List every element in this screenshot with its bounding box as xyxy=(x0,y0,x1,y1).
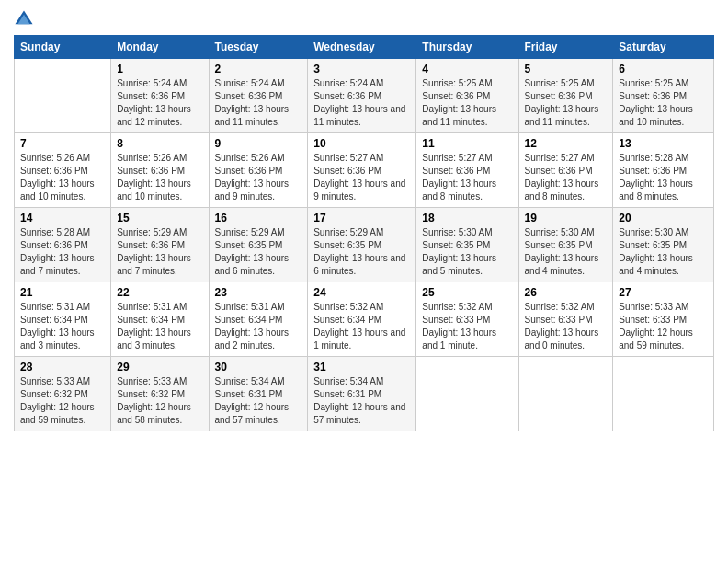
day-info: Sunrise: 5:34 AMSunset: 6:31 PMDaylight:… xyxy=(313,375,410,427)
day-number: 27 xyxy=(619,286,708,299)
day-info: Sunrise: 5:32 AMSunset: 6:33 PMDaylight:… xyxy=(525,301,608,352)
day-number: 24 xyxy=(313,286,410,299)
day-cell: 13Sunrise: 5:28 AMSunset: 6:36 PMDayligh… xyxy=(613,133,714,208)
day-cell: 7Sunrise: 5:26 AMSunset: 6:36 PMDaylight… xyxy=(15,133,111,208)
day-info: Sunrise: 5:32 AMSunset: 6:33 PMDaylight:… xyxy=(422,301,512,352)
logo-icon xyxy=(14,9,34,29)
day-number: 14 xyxy=(20,212,105,224)
day-info: Sunrise: 5:26 AMSunset: 6:36 PMDaylight:… xyxy=(215,152,302,203)
day-number: 7 xyxy=(20,137,105,150)
day-cell xyxy=(15,59,111,133)
day-cell xyxy=(518,357,613,431)
day-number: 31 xyxy=(313,361,410,373)
day-cell: 2Sunrise: 5:24 AMSunset: 6:36 PMDaylight… xyxy=(209,59,308,133)
day-number: 19 xyxy=(525,212,608,224)
day-number: 12 xyxy=(525,137,608,150)
day-info: Sunrise: 5:25 AMSunset: 6:36 PMDaylight:… xyxy=(525,77,608,129)
day-number: 25 xyxy=(422,286,512,299)
day-info: Sunrise: 5:31 AMSunset: 6:34 PMDaylight:… xyxy=(117,301,202,352)
day-number: 21 xyxy=(20,286,105,299)
day-info: Sunrise: 5:24 AMSunset: 6:36 PMDaylight:… xyxy=(313,77,410,129)
day-number: 29 xyxy=(117,361,202,373)
day-info: Sunrise: 5:30 AMSunset: 6:35 PMDaylight:… xyxy=(619,226,708,278)
day-cell: 26Sunrise: 5:32 AMSunset: 6:33 PMDayligh… xyxy=(518,282,613,357)
day-cell: 12Sunrise: 5:27 AMSunset: 6:36 PMDayligh… xyxy=(518,133,613,208)
day-cell xyxy=(416,357,518,431)
day-info: Sunrise: 5:27 AMSunset: 6:36 PMDaylight:… xyxy=(313,152,410,203)
day-cell: 1Sunrise: 5:24 AMSunset: 6:36 PMDaylight… xyxy=(111,59,209,133)
day-info: Sunrise: 5:28 AMSunset: 6:36 PMDaylight:… xyxy=(619,152,708,203)
day-cell: 24Sunrise: 5:32 AMSunset: 6:34 PMDayligh… xyxy=(308,282,416,357)
day-number: 16 xyxy=(215,212,302,224)
day-number: 17 xyxy=(313,212,410,224)
day-number: 26 xyxy=(525,286,608,299)
day-cell: 6Sunrise: 5:25 AMSunset: 6:36 PMDaylight… xyxy=(613,59,714,133)
day-info: Sunrise: 5:32 AMSunset: 6:34 PMDaylight:… xyxy=(313,301,410,352)
logo xyxy=(14,9,38,29)
day-number: 22 xyxy=(117,286,202,299)
day-number: 18 xyxy=(422,212,512,224)
day-number: 10 xyxy=(313,137,410,150)
calendar-table: SundayMondayTuesdayWednesdayThursdayFrid… xyxy=(14,35,714,431)
day-cell: 9Sunrise: 5:26 AMSunset: 6:36 PMDaylight… xyxy=(209,133,308,208)
day-info: Sunrise: 5:25 AMSunset: 6:36 PMDaylight:… xyxy=(422,77,512,129)
day-number: 6 xyxy=(619,63,708,75)
day-number: 1 xyxy=(117,63,202,75)
day-cell: 19Sunrise: 5:30 AMSunset: 6:35 PMDayligh… xyxy=(518,208,613,282)
day-number: 13 xyxy=(619,137,708,150)
day-info: Sunrise: 5:24 AMSunset: 6:36 PMDaylight:… xyxy=(215,77,302,129)
day-info: Sunrise: 5:30 AMSunset: 6:35 PMDaylight:… xyxy=(422,226,512,278)
day-cell: 28Sunrise: 5:33 AMSunset: 6:32 PMDayligh… xyxy=(15,357,111,431)
day-number: 4 xyxy=(422,63,512,75)
day-cell: 11Sunrise: 5:27 AMSunset: 6:36 PMDayligh… xyxy=(416,133,518,208)
day-number: 23 xyxy=(215,286,302,299)
day-number: 8 xyxy=(117,137,202,150)
day-cell: 14Sunrise: 5:28 AMSunset: 6:36 PMDayligh… xyxy=(15,208,111,282)
weekday-header-wednesday: Wednesday xyxy=(308,36,416,59)
day-cell: 22Sunrise: 5:31 AMSunset: 6:34 PMDayligh… xyxy=(111,282,209,357)
day-cell: 18Sunrise: 5:30 AMSunset: 6:35 PMDayligh… xyxy=(416,208,518,282)
day-number: 15 xyxy=(117,212,202,224)
weekday-header-tuesday: Tuesday xyxy=(209,36,308,59)
day-cell: 17Sunrise: 5:29 AMSunset: 6:35 PMDayligh… xyxy=(308,208,416,282)
day-cell: 27Sunrise: 5:33 AMSunset: 6:33 PMDayligh… xyxy=(613,282,714,357)
week-row-1: 1Sunrise: 5:24 AMSunset: 6:36 PMDaylight… xyxy=(15,59,714,133)
day-cell: 20Sunrise: 5:30 AMSunset: 6:35 PMDayligh… xyxy=(613,208,714,282)
page-container: SundayMondayTuesdayWednesdayThursdayFrid… xyxy=(0,0,728,441)
day-number: 20 xyxy=(619,212,708,224)
day-info: Sunrise: 5:29 AMSunset: 6:35 PMDaylight:… xyxy=(215,226,302,278)
day-cell: 8Sunrise: 5:26 AMSunset: 6:36 PMDaylight… xyxy=(111,133,209,208)
day-cell: 29Sunrise: 5:33 AMSunset: 6:32 PMDayligh… xyxy=(111,357,209,431)
day-info: Sunrise: 5:26 AMSunset: 6:36 PMDaylight:… xyxy=(117,152,202,203)
week-row-4: 21Sunrise: 5:31 AMSunset: 6:34 PMDayligh… xyxy=(15,282,714,357)
day-info: Sunrise: 5:25 AMSunset: 6:36 PMDaylight:… xyxy=(619,77,708,129)
day-info: Sunrise: 5:26 AMSunset: 6:36 PMDaylight:… xyxy=(20,152,105,203)
day-info: Sunrise: 5:33 AMSunset: 6:33 PMDaylight:… xyxy=(619,301,708,352)
day-cell xyxy=(613,357,714,431)
day-number: 9 xyxy=(215,137,302,150)
weekday-header-saturday: Saturday xyxy=(613,36,714,59)
day-cell: 10Sunrise: 5:27 AMSunset: 6:36 PMDayligh… xyxy=(308,133,416,208)
day-number: 5 xyxy=(525,63,608,75)
day-info: Sunrise: 5:34 AMSunset: 6:31 PMDaylight:… xyxy=(215,375,302,427)
day-cell: 15Sunrise: 5:29 AMSunset: 6:36 PMDayligh… xyxy=(111,208,209,282)
day-number: 30 xyxy=(215,361,302,373)
weekday-header-thursday: Thursday xyxy=(416,36,518,59)
weekday-header-sunday: Sunday xyxy=(15,36,111,59)
header xyxy=(14,9,714,29)
day-cell: 16Sunrise: 5:29 AMSunset: 6:35 PMDayligh… xyxy=(209,208,308,282)
day-cell: 31Sunrise: 5:34 AMSunset: 6:31 PMDayligh… xyxy=(308,357,416,431)
day-cell: 5Sunrise: 5:25 AMSunset: 6:36 PMDaylight… xyxy=(518,59,613,133)
day-info: Sunrise: 5:27 AMSunset: 6:36 PMDaylight:… xyxy=(525,152,608,203)
day-info: Sunrise: 5:28 AMSunset: 6:36 PMDaylight:… xyxy=(20,226,105,278)
day-cell: 4Sunrise: 5:25 AMSunset: 6:36 PMDaylight… xyxy=(416,59,518,133)
day-cell: 23Sunrise: 5:31 AMSunset: 6:34 PMDayligh… xyxy=(209,282,308,357)
week-row-2: 7Sunrise: 5:26 AMSunset: 6:36 PMDaylight… xyxy=(15,133,714,208)
day-info: Sunrise: 5:31 AMSunset: 6:34 PMDaylight:… xyxy=(20,301,105,352)
day-info: Sunrise: 5:33 AMSunset: 6:32 PMDaylight:… xyxy=(117,375,202,427)
day-info: Sunrise: 5:30 AMSunset: 6:35 PMDaylight:… xyxy=(525,226,608,278)
day-cell: 3Sunrise: 5:24 AMSunset: 6:36 PMDaylight… xyxy=(308,59,416,133)
weekday-header-row: SundayMondayTuesdayWednesdayThursdayFrid… xyxy=(15,36,714,59)
weekday-header-friday: Friday xyxy=(518,36,613,59)
day-cell: 25Sunrise: 5:32 AMSunset: 6:33 PMDayligh… xyxy=(416,282,518,357)
